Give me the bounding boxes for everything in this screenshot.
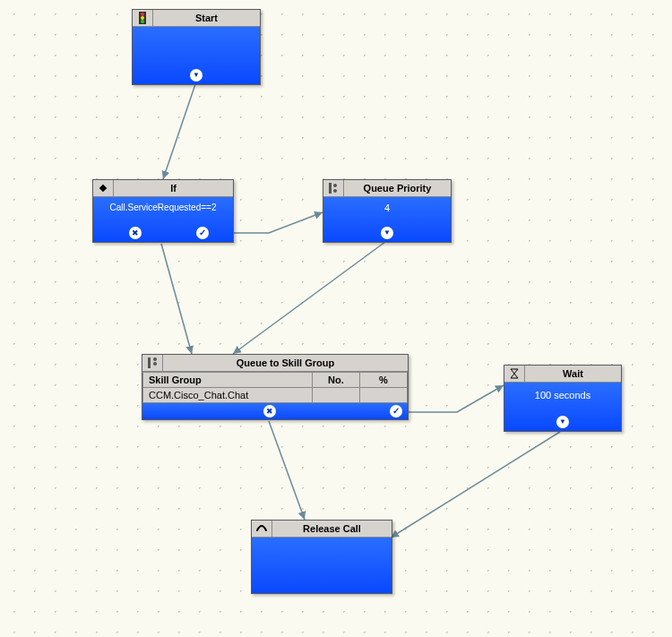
skill-group-table: Skill Group No. % CCM.Cisco_Chat.Chat [142,372,408,403]
queue-priority-icon [323,180,344,196]
svg-point-11 [333,184,337,187]
node-queue-to-skill-group[interactable]: Queue to Skill Group Skill Group No. % C… [142,354,409,420]
node-body: Call.ServiceRequested==2 [93,197,233,242]
wait-value: 100 seconds [504,383,621,404]
phone-icon [252,521,272,537]
svg-line-2 [233,242,385,354]
priority-value: 4 [323,197,451,217]
node-body: 4 [323,197,451,242]
out-connector-icon[interactable] [556,416,569,428]
hourglass-icon [504,366,525,382]
node-header[interactable]: Queue Priority [323,180,451,197]
node-body [252,538,392,593]
table-row[interactable]: CCM.Cisco_Chat.Chat [143,388,408,403]
node-header[interactable]: Queue to Skill Group [142,355,408,372]
svg-rect-13 [148,357,151,368]
node-release-call[interactable]: Release Call [251,520,392,594]
svg-line-4 [391,432,560,538]
svg-rect-10 [329,183,332,194]
node-title: Release Call [272,523,392,534]
node-title: Queue to Skill Group [163,357,408,368]
col-skill-group: Skill Group [143,373,313,388]
true-connector-icon[interactable] [196,227,209,239]
svg-point-8 [141,20,144,23]
node-title: Wait [525,368,621,379]
svg-line-1 [161,244,192,354]
node-header[interactable]: Release Call [252,521,392,538]
node-header[interactable]: Start [133,10,260,27]
node-header[interactable]: Wait [504,366,621,383]
node-queue-priority[interactable]: Queue Priority 4 [323,179,452,243]
diamond-icon [93,180,114,196]
false-connector-icon[interactable] [129,227,142,239]
col-pct: % [359,373,407,388]
queue-icon [142,355,163,371]
traffic-light-icon [133,10,153,26]
node-body: 100 seconds [504,383,621,431]
svg-rect-9 [99,185,107,192]
col-no: No. [312,373,359,388]
false-connector-icon[interactable] [263,405,276,417]
script-canvas[interactable]: Start If Call.ServiceRequested==2 [0,0,672,637]
svg-line-0 [163,84,195,179]
node-body [133,27,260,84]
true-connector-icon[interactable] [390,405,402,417]
node-title: If [114,183,233,194]
cell-skill-group: CCM.Cisco_Chat.Chat [143,388,313,403]
out-connector-icon[interactable] [381,227,393,239]
if-condition: Call.ServiceRequested==2 [93,197,233,216]
node-title: Start [153,13,260,23]
cell-no [312,388,359,403]
node-if[interactable]: If Call.ServiceRequested==2 [92,179,234,243]
table-header-row: Skill Group No. % [143,373,408,388]
svg-point-15 [153,362,157,366]
cell-pct [359,388,407,403]
svg-point-7 [141,16,144,20]
svg-point-6 [141,13,144,16]
node-start[interactable]: Start [132,9,261,85]
node-title: Queue Priority [344,183,451,194]
svg-line-3 [269,421,305,520]
node-header[interactable]: If [93,180,233,197]
node-wait[interactable]: Wait 100 seconds [504,365,622,432]
out-connector-icon[interactable] [190,69,202,82]
svg-point-12 [333,189,337,193]
node-footer [142,403,408,419]
svg-point-14 [153,357,157,361]
